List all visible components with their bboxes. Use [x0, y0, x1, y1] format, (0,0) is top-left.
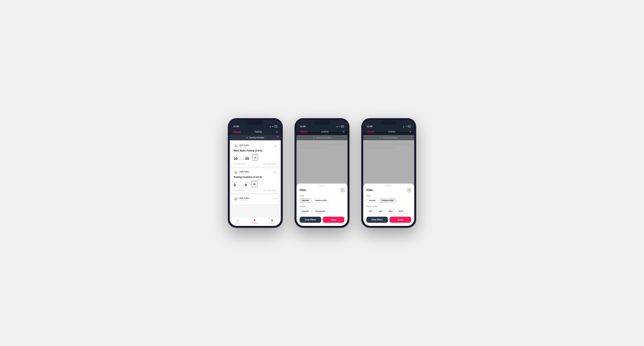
- score-value-2: 0: [234, 183, 236, 187]
- logo-1: clippd: [233, 130, 240, 133]
- capture-icon: ⊕: [271, 219, 273, 222]
- sheet-handle-3: [386, 185, 392, 186]
- practice-drills-btn-3[interactable]: Practice Drills: [379, 198, 396, 203]
- more-options-3[interactable]: •••: [274, 197, 277, 200]
- phone-1: 11:33 ▲ ✦ 33 clippd Activity ≡ ⚙ Viewing…: [228, 118, 283, 228]
- quality-label-2: Shot Quality: [251, 180, 258, 181]
- home-label: Home: [236, 222, 240, 224]
- tab-activities[interactable]: ♟ Activities: [252, 219, 258, 224]
- sheet-handle-2: [319, 185, 325, 186]
- stats-row-1: Score 10 OUT OF Shots 20 Shot Quality 75: [234, 153, 277, 161]
- ott-btn-3[interactable]: OTT: [366, 209, 375, 213]
- tab-home[interactable]: ⌂ Home: [236, 219, 240, 224]
- user-date-2: 28 Feb 2023: [239, 173, 249, 174]
- notification-dot-1: [277, 136, 278, 137]
- status-time: 11:33: [233, 125, 239, 128]
- data-source-2: Data: Clippd Capture: [263, 189, 277, 191]
- tab-capture[interactable]: ⊕ Capture: [270, 219, 275, 224]
- sheet-header-3: Filter ✕: [366, 188, 411, 192]
- phone-2: 11:33 ▲ ✦ 33 clippd Activity ≡ ⚙ Viewing…: [294, 118, 350, 228]
- avatar-2: [234, 170, 238, 174]
- info-icon-2: ℹ: [234, 189, 234, 191]
- status-icons-3: ▲ ✦ 33: [403, 125, 411, 128]
- activity-title-1: Must Make Putting (3-6 ft): [234, 149, 277, 152]
- user-info-2: Josh Coles 28 Feb 2023: [234, 170, 249, 174]
- user-date-1: 28 Feb 2023: [239, 146, 249, 148]
- signal-icon-2: ▲: [336, 126, 338, 128]
- quality-group-2: Shot Quality 45: [251, 180, 258, 187]
- user-details-1: Josh Coles 28 Feb 2023: [239, 144, 249, 148]
- nav-title-1: Activity: [255, 131, 262, 133]
- wifi-icon: ✦: [272, 126, 274, 128]
- apply-btn-3[interactable]: Apply: [390, 217, 411, 223]
- apply-btn-2[interactable]: Apply: [323, 217, 344, 223]
- info-icon-1: ℹ: [234, 163, 234, 165]
- phone-screen-3: 11:33 ▲ ✦ 33 clippd Activity ≡ ⚙ Viewing…: [363, 120, 414, 226]
- shots-value-1: 20: [245, 157, 249, 161]
- practice-drills-btn-2[interactable]: Practice Drills: [312, 198, 330, 203]
- putt-btn-3[interactable]: PUTT: [396, 209, 406, 213]
- drills-label-3: Practice Drills: [366, 205, 411, 207]
- score-group-1: Score 10: [234, 155, 238, 161]
- out-of-2: OUT OF: [238, 185, 244, 187]
- svg-point-0: [235, 145, 236, 146]
- nav-bar-1: clippd Activity ≡: [230, 129, 281, 135]
- card-footer-2: ℹ Test Information Data: Clippd Capture: [234, 188, 277, 191]
- quality-badge-1: 75: [252, 155, 258, 161]
- out-of-1: OUT OF: [239, 159, 244, 160]
- wifi-icon-3: ✦: [406, 126, 407, 128]
- arg-btn-3[interactable]: ARG: [386, 209, 395, 213]
- activity-card-3: Josh Coles 28 Feb 2023 •••: [231, 195, 279, 204]
- activity-card-2: Josh Coles 28 Feb 2023 ••• Putting Combi…: [231, 168, 279, 193]
- stats-row-2: Score 0 OUT OF Shots 9 Shot Quality 45: [234, 180, 277, 187]
- close-filter-2[interactable]: ✕: [340, 188, 344, 192]
- score-label-1: Score: [234, 155, 238, 157]
- scene: 11:33 ▲ ✦ 33 clippd Activity ≡ ⚙ Viewing…: [216, 106, 428, 240]
- more-options-2[interactable]: •••: [274, 171, 277, 174]
- clear-filters-btn-2[interactable]: Clear Filters: [300, 217, 321, 223]
- menu-icon-1[interactable]: ≡: [276, 130, 278, 133]
- close-filter-3[interactable]: ✕: [407, 188, 411, 192]
- viewing-label-1: Viewing Activities: [249, 137, 264, 139]
- rounds-btn-3[interactable]: Rounds: [366, 198, 378, 203]
- quality-label-1: Shot Quality: [251, 153, 259, 155]
- shots-label-1: Shots: [245, 155, 249, 157]
- show-buttons-3: Rounds Practice Drills: [366, 198, 411, 203]
- data-source-1: Data: Clippd Capture: [263, 163, 277, 165]
- rounds-btn-2[interactable]: Rounds: [300, 198, 312, 203]
- battery-icon-3: 33: [408, 125, 411, 128]
- more-options-1[interactable]: •••: [274, 145, 277, 147]
- app-btn-3[interactable]: APP: [376, 209, 385, 213]
- user-name-2: Josh Coles: [239, 171, 249, 173]
- card-header-3: Josh Coles 28 Feb 2023 •••: [234, 197, 277, 201]
- filter-title-2: Filter: [300, 188, 306, 192]
- clear-filters-btn-3[interactable]: Clear Filters: [366, 217, 388, 223]
- card-header-1: Josh Coles 28 Feb 2023 •••: [234, 144, 277, 148]
- filter-sheet-3: Filter ✕ Show Rounds Practice Drills Pra…: [363, 183, 414, 226]
- status-time-3: 11:33: [367, 125, 372, 128]
- test-info-label-1: Test Information: [235, 163, 245, 165]
- status-time-2: 11:33: [300, 125, 306, 128]
- dynamic-island-2: [314, 121, 330, 125]
- filter-icon-1: ⚙: [246, 137, 248, 139]
- battery-icon: 33: [274, 125, 277, 128]
- tournament-btn-2[interactable]: Tournament: [313, 209, 328, 213]
- svg-point-2: [235, 198, 236, 199]
- rounds-label-2: Rounds: [300, 205, 344, 207]
- tab-bar-1: ⌂ Home ♟ Activities ⊕ Capture: [230, 217, 281, 226]
- activity-title-2: Putting Combine (3-15 ft): [234, 176, 277, 178]
- test-info-1: ℹ Test Information: [234, 163, 245, 165]
- show-label-2: Show: [300, 195, 344, 197]
- practice-round-btn-2[interactable]: Practice: [300, 209, 312, 213]
- quality-group-1: Shot Quality 75: [251, 153, 259, 161]
- score-label-2: Score: [234, 182, 237, 183]
- show-label-3: Show: [366, 195, 411, 197]
- score-value-1: 10: [234, 157, 238, 161]
- user-info-3: Josh Coles 28 Feb 2023: [234, 197, 249, 201]
- sheet-header-2: Filter ✕: [300, 188, 344, 192]
- user-name-3: Josh Coles: [239, 197, 249, 199]
- activity-card-1: Josh Coles 28 Feb 2023 ••• Must Make Put…: [231, 142, 279, 167]
- status-icons: ▲ ✦ 33: [270, 125, 277, 128]
- viewing-bar-1[interactable]: ⚙ Viewing Activities: [230, 135, 281, 140]
- capture-label: Capture: [270, 222, 275, 224]
